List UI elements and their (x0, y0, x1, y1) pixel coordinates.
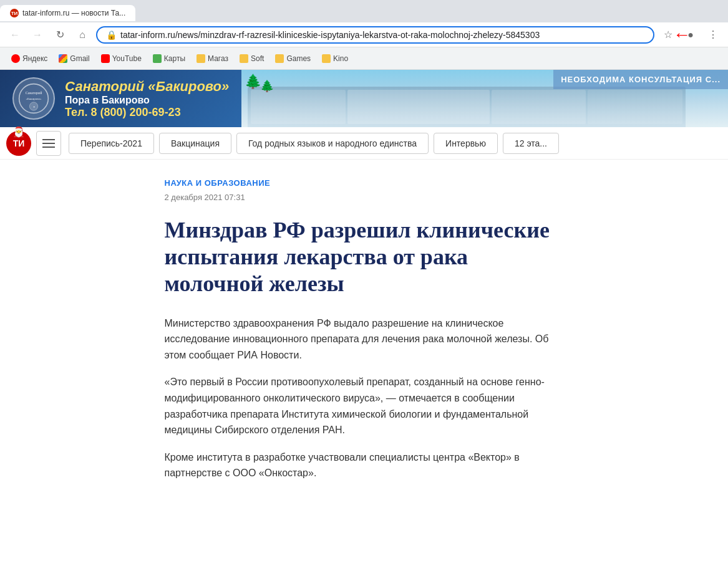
article-wrapper: НАУКА И ОБРАЗОВАНИЕ 2 декабря 2021 07:31… (152, 160, 576, 517)
bookmark-maps[interactable]: Карты (148, 52, 190, 65)
bookmark-youtube-label: YouTube (112, 54, 142, 63)
bookmark-magaz[interactable]: Магаз (192, 52, 233, 65)
forward-button[interactable]: → (29, 26, 46, 44)
banner-overlay-text: НЕОБХОДИМА КОНСУЛЬТАЦИЯ С... (553, 70, 728, 89)
url-text: tatar-inform.ru/news/minzdrav-rf-razresi… (120, 30, 644, 40)
tab-label: tatar-inform.ru — новости Та... (22, 9, 125, 17)
article-paragraph-1: Министерство здравоохранения РФ выдало р… (165, 315, 564, 363)
nav-item-more[interactable]: 12 эта... (503, 133, 559, 154)
site-navigation: ТИ Перепись-2021 Вакцинация Год родных я… (0, 127, 728, 160)
banner-subtitle: Пора в Бакирово (65, 95, 229, 106)
hamburger-line-1 (42, 139, 55, 140)
bookmark-soft[interactable]: Soft (235, 52, 269, 65)
nav-item-vakcinaciya[interactable]: Вакцинация (159, 133, 231, 154)
maps-icon (153, 54, 162, 63)
nav-item-intervyu[interactable]: Интервью (434, 133, 498, 154)
back-button[interactable]: ← (6, 26, 24, 44)
article-body: Министерство здравоохранения РФ выдало р… (165, 315, 564, 481)
article-paragraph-2: «Это первый в России противоопухолевый п… (165, 374, 564, 438)
bookmark-maps-label: Карты (164, 54, 185, 63)
page-content: Санаторий «Бакирово» ✦ Санаторий «Бакиро… (0, 70, 728, 517)
bookmark-yandex-label: Яндекс (22, 54, 47, 63)
bookmark-games[interactable]: Games (270, 52, 316, 65)
refresh-button[interactable]: ↻ (51, 26, 69, 44)
bookmark-gmail[interactable]: Gmail (54, 52, 94, 65)
article-paragraph-3: Кроме института в разработке участвовали… (165, 449, 564, 481)
banner-phone: Тел. 8 (800) 200-69-23 (65, 106, 229, 119)
site-logo-text: ТИ (13, 138, 25, 148)
site-logo: ТИ (6, 131, 31, 156)
bookmark-youtube[interactable]: YouTube (96, 52, 147, 65)
article-date: 2 декабря 2021 07:31 (165, 193, 564, 202)
yandex-icon (11, 54, 20, 63)
lock-icon: 🔒 (106, 30, 117, 40)
bookmark-gmail-label: Gmail (70, 54, 89, 63)
bookmark-yandex[interactable]: Яндекс (6, 52, 52, 65)
svg-text:Санаторий: Санаторий (26, 91, 42, 95)
menu-button[interactable]: ⋮ (704, 26, 722, 44)
bookmark-kino-label: Kino (333, 54, 348, 63)
svg-text:«Бакирово»: «Бакирово» (26, 97, 42, 100)
bookmark-magaz-label: Магаз (208, 54, 228, 63)
bookmark-soft-label: Soft (251, 54, 264, 63)
bookmarks-bar: Яндекс Gmail YouTube Карты Магаз Soft (0, 47, 728, 70)
home-button[interactable]: ⌂ (74, 26, 91, 44)
nav-item-perepi[interactable]: Перепись-2021 (69, 133, 154, 154)
hamburger-menu-button[interactable] (36, 131, 61, 156)
address-bar[interactable]: 🔒 tatar-inform.ru/news/minzdrav-rf-razre… (96, 26, 654, 44)
tab-bar: ТИ tatar-inform.ru — новости Та... (0, 0, 728, 22)
banner-logo-area: Санаторий «Бакирово» ✦ Санаторий «Бакиро… (0, 71, 241, 126)
games-folder-icon (275, 54, 284, 63)
sanatorium-logo: Санаторий «Бакирово» ✦ (12, 77, 55, 120)
banner-title: Санаторий «Бакирово» (65, 79, 229, 95)
red-arrow-indicator: ← (673, 25, 691, 45)
soft-folder-icon (240, 54, 248, 63)
hamburger-line-3 (42, 146, 55, 148)
banner-text: Санаторий «Бакирово» Пора в Бакирово Тел… (65, 79, 229, 119)
kino-folder-icon (322, 54, 331, 63)
article-category: НАУКА И ОБРАЗОВАНИЕ (165, 178, 564, 188)
bookmark-games-label: Games (286, 54, 311, 63)
youtube-icon (101, 54, 110, 63)
tab-favicon: ТИ (10, 9, 19, 17)
article-title: Минздрав РФ разрешил клинические испытан… (165, 217, 564, 298)
gmail-icon (59, 54, 67, 63)
nav-item-god-rodnyh[interactable]: Год родных языков и народного единства (236, 133, 429, 154)
bookmark-kino[interactable]: Kino (317, 52, 353, 65)
address-bar-row: ← → ↻ ⌂ 🔒 tatar-inform.ru/news/minzdrav-… (0, 22, 728, 47)
hamburger-line-2 (42, 143, 55, 144)
banner-ad[interactable]: Санаторий «Бакирово» ✦ Санаторий «Бакиро… (0, 70, 728, 127)
active-tab[interactable]: ТИ tatar-inform.ru — новости Та... (0, 5, 135, 21)
magaz-folder-icon (197, 54, 205, 63)
